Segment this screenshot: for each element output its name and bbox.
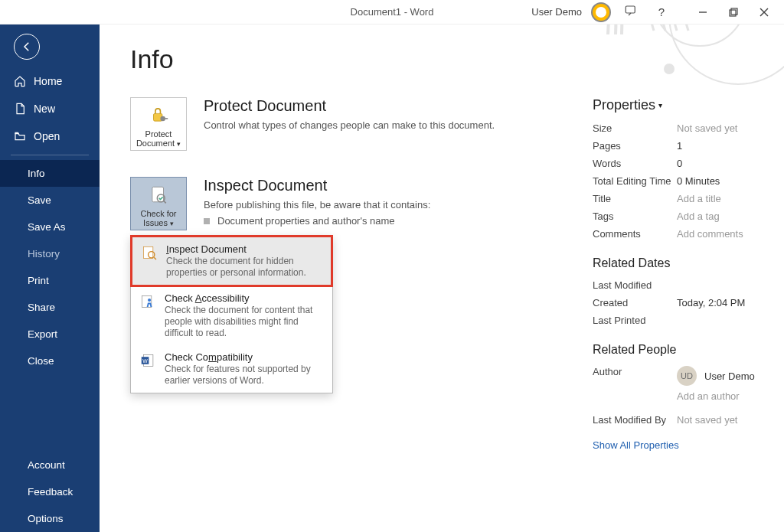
prop-label: Size bbox=[593, 122, 677, 134]
prop-label: Words bbox=[593, 158, 677, 169]
close-button[interactable] bbox=[749, 2, 779, 23]
svg-rect-5 bbox=[730, 10, 736, 16]
show-all-properties-link[interactable]: Show All Properties bbox=[593, 439, 784, 451]
sidebar-item-print[interactable]: Print bbox=[0, 267, 100, 294]
divider bbox=[11, 155, 89, 155]
prop-value-editable[interactable]: Add comments bbox=[677, 228, 743, 240]
prop-label: Comments bbox=[593, 228, 677, 240]
inspect-heading: Inspect Document bbox=[204, 177, 559, 194]
sidebar-item-label: Save bbox=[28, 194, 51, 206]
sidebar-item-info[interactable]: Info bbox=[0, 160, 100, 187]
check-issues-menu: Inspect Document Check the document for … bbox=[130, 235, 333, 393]
prop-value: Today, 2:04 PM bbox=[677, 297, 745, 308]
sidebar-item-new[interactable]: New bbox=[0, 95, 100, 122]
chevron-down-icon: ▾ bbox=[170, 220, 174, 227]
sidebar-item-history: History bbox=[0, 240, 100, 267]
author-initials-badge: UD bbox=[677, 366, 697, 386]
prop-label: Last Modified By bbox=[593, 414, 677, 426]
folder-open-icon bbox=[14, 130, 26, 142]
prop-value: 0 Minutes bbox=[677, 175, 720, 187]
inspect-desc: Before publishing this file, be aware th… bbox=[204, 199, 559, 211]
accessibility-icon bbox=[139, 292, 157, 311]
help-icon[interactable]: ? bbox=[651, 5, 672, 18]
related-people-header: Related People bbox=[593, 343, 784, 357]
related-dates-header: Related Dates bbox=[593, 256, 784, 270]
home-icon bbox=[14, 75, 26, 87]
prop-value-editable[interactable]: Add a tag bbox=[677, 211, 720, 222]
sidebar-item-label: Account bbox=[28, 459, 65, 471]
prop-value: Not saved yet bbox=[677, 122, 738, 134]
protect-desc: Control what types of changes people can… bbox=[204, 119, 559, 131]
tile-label: Protect Document bbox=[136, 129, 175, 148]
sidebar-item-label: Feedback bbox=[28, 486, 73, 498]
check-for-issues-button[interactable]: Check for Issues▾ bbox=[130, 177, 187, 230]
feedback-icon[interactable] bbox=[620, 4, 642, 20]
prop-value: 1 bbox=[677, 140, 682, 152]
word-doc-icon: W bbox=[139, 351, 157, 370]
prop-label: Total Editing Time bbox=[593, 175, 677, 187]
protect-document-button[interactable]: Protect Document▾ bbox=[130, 97, 187, 151]
user-avatar[interactable] bbox=[591, 2, 611, 22]
new-doc-icon bbox=[14, 103, 26, 115]
sidebar-item-home[interactable]: Home bbox=[0, 67, 100, 95]
author-entry[interactable]: UD User Demo bbox=[677, 366, 755, 386]
menu-sub: Check for features not supported by earl… bbox=[165, 364, 325, 387]
sidebar-item-open[interactable]: Open bbox=[0, 122, 100, 150]
inspect-bullet: Document properties and author's name bbox=[204, 215, 559, 227]
bullet-text: Document properties and author's name bbox=[217, 215, 395, 227]
menu-check-accessibility[interactable]: Check Accessibility Check the document f… bbox=[131, 286, 332, 345]
menu-check-compatibility[interactable]: W Check Compatibility Check for features… bbox=[131, 345, 332, 393]
author-name: User Demo bbox=[704, 370, 755, 382]
properties-panel: Properties ▾ SizeNot saved yet Pages1 Wo… bbox=[593, 97, 784, 451]
prop-label: Tags bbox=[593, 211, 677, 222]
svg-rect-6 bbox=[731, 8, 737, 15]
account-name[interactable]: User Demo bbox=[531, 6, 582, 18]
svg-rect-14 bbox=[143, 246, 152, 258]
sidebar-item-account[interactable]: Account bbox=[0, 452, 100, 478]
sidebar-item-label: Share bbox=[28, 302, 55, 313]
prop-value: Not saved yet bbox=[677, 414, 738, 426]
prop-label: Pages bbox=[593, 140, 677, 152]
menu-inspect-document[interactable]: Inspect Document Check the document for … bbox=[130, 235, 333, 287]
inspect-document-section: Check for Issues▾ Inspect Document Befor… bbox=[130, 177, 559, 230]
sidebar-item-save-as[interactable]: Save As bbox=[0, 214, 100, 240]
restore-button[interactable] bbox=[718, 2, 749, 23]
sidebar-item-export[interactable]: Export bbox=[0, 321, 100, 348]
chevron-down-icon: ▾ bbox=[658, 101, 662, 109]
author-label: Author bbox=[593, 366, 677, 402]
protect-document-section: Protect Document▾ Protect Document Contr… bbox=[130, 97, 559, 151]
sidebar-item-share[interactable]: Share bbox=[0, 294, 100, 321]
sidebar-item-label: History bbox=[28, 248, 60, 259]
back-button[interactable] bbox=[14, 34, 40, 60]
minimize-button[interactable] bbox=[688, 2, 718, 23]
add-author[interactable]: Add an author bbox=[677, 390, 755, 402]
properties-header[interactable]: Properties ▾ bbox=[593, 97, 784, 113]
svg-point-10 bbox=[160, 116, 165, 121]
svg-text:W: W bbox=[142, 358, 148, 364]
sidebar-item-label: Info bbox=[28, 168, 45, 179]
sidebar-item-label: Print bbox=[28, 275, 49, 286]
svg-point-17 bbox=[148, 299, 151, 302]
backstage-sidebar: Home New Open Info Save Save As History … bbox=[0, 24, 100, 532]
svg-rect-11 bbox=[165, 118, 168, 119]
prop-value-editable[interactable]: Add a title bbox=[677, 193, 721, 204]
prop-value: 0 bbox=[677, 158, 682, 169]
sidebar-item-options[interactable]: Options bbox=[0, 505, 100, 532]
sidebar-item-label: New bbox=[34, 103, 55, 115]
sidebar-item-label: Open bbox=[34, 130, 60, 142]
protect-heading: Protect Document bbox=[204, 97, 559, 115]
inspect-doc-icon bbox=[140, 243, 158, 262]
page-title: Info bbox=[130, 44, 758, 74]
sidebar-item-label: Close bbox=[28, 355, 54, 367]
svg-rect-3 bbox=[626, 6, 635, 13]
prop-label: Created bbox=[593, 297, 677, 308]
inspect-icon bbox=[149, 184, 168, 206]
titlebar: Document1 - Word User Demo ? bbox=[0, 0, 784, 24]
sidebar-item-label: Options bbox=[28, 513, 64, 524]
lock-key-icon bbox=[148, 105, 169, 126]
sidebar-item-close[interactable]: Close bbox=[0, 348, 100, 374]
menu-sub: Check the document for hidden properties… bbox=[166, 256, 323, 279]
sidebar-item-feedback[interactable]: Feedback bbox=[0, 478, 100, 505]
prop-label: Last Modified bbox=[593, 279, 677, 291]
sidebar-item-save[interactable]: Save bbox=[0, 187, 100, 214]
